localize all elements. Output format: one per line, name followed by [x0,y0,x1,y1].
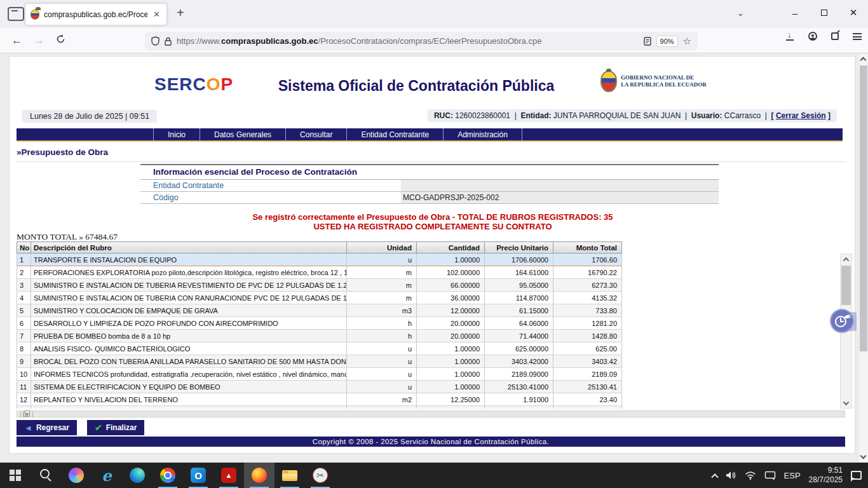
cell-no: 4 [17,292,31,304]
table-row[interactable]: 10INFORMES TECNICOS profundidad, estrati… [17,368,852,381]
download-icon[interactable] [785,32,794,41]
logout-link[interactable]: Cerrar Sesión [776,111,826,120]
cell-precio: 164.61000 [485,266,553,279]
cell-cant: 1.00000 [417,368,485,381]
lock-icon [165,37,172,46]
cell-desc: SUMINISTRO E INSTALACION DE TUBERIA REVE… [31,279,347,292]
table-row[interactable]: 7PRUEBA DE BOMBEO bomba de 8 a 10 hph20.… [17,330,852,342]
cast-icon[interactable] [764,471,776,480]
cell-desc: PRUEBA DE BOMBEO bomba de 8 a 10 hp [31,330,347,342]
language-indicator[interactable]: ESP [784,471,801,480]
cell-unidad: u [347,368,417,381]
outlook-icon[interactable]: O [183,463,214,488]
snipping-tool-icon[interactable]: ✂ [305,463,336,488]
bookmark-star-icon[interactable]: ☆ [683,36,691,47]
table-row[interactable]: 13EXCAVACION A PULSOm32.5000011.9000029.… [17,406,852,409]
ie-icon[interactable]: e [92,463,122,488]
edge-icon[interactable] [122,463,153,488]
url-text: https://www.compraspublicas.gob.ec/Proce… [177,36,639,46]
account-icon[interactable] [808,32,817,41]
cell-monto: 4135.32 [553,292,622,304]
table-row[interactable]: 12REPLANTEO Y NIVELACION DEL TERRENOm212… [17,393,852,406]
taskbar: eO▲✂ ESP 9:51 28/7/2025 [0,463,868,488]
forward-icon[interactable]: → [34,34,44,47]
table-row[interactable]: 11SISTEMA DE ELECTRIFICACION Y EQUIPO DE… [17,381,852,393]
cell-cant: 36.00000 [417,292,485,304]
table-row[interactable]: 8ANALISIS FISICO- QUIMICO BACTERIOLOGICO… [17,342,852,355]
menu-item-datos-generales[interactable]: Datos Generales [200,128,285,140]
finalizar-button[interactable]: ✔ Finalizar [87,420,144,435]
firefox-view-icon[interactable] [8,7,24,21]
tab-title: compraspublicas.gob.ec/Proce [44,10,147,19]
menu-item-administración[interactable]: Administración [443,128,522,140]
shield-icon[interactable] [151,36,159,46]
maximize-icon[interactable] [810,0,839,25]
cell-unidad: m [347,266,417,279]
government-logo: GOBIERNO NACIONAL DE LA REPUBLICA DEL EC… [600,71,707,92]
favicon [31,10,39,20]
wifi-icon[interactable] [745,471,756,480]
cell-desc: REPLANTEO Y NIVELACION DEL TERRENO [31,393,347,406]
volume-icon[interactable] [726,471,736,480]
start-icon[interactable] [0,463,31,488]
table-row[interactable]: 6DESARROLLO Y LIMPIEZA DE POZO PROFUNDO … [17,317,852,330]
page-scroll-up-icon[interactable] [860,57,867,64]
page-scrollbar[interactable] [859,54,868,463]
scroll-down-icon[interactable] [841,398,851,408]
cell-desc: SISTEMA DE ELECTRIFICACION Y EQUIPO DE B… [31,381,347,393]
table-scrollbar-thumb[interactable] [841,266,851,305]
cell-no: 13 [17,406,31,409]
table-row[interactable]: 4SUMINISTRO E INSTALACION DE TUBERIA CON… [17,292,852,304]
menu-item-entidad-contratante[interactable]: Entidad Contratante [346,128,443,140]
acrobat-icon[interactable]: ▲ [214,463,244,488]
info-row-codigo: Código MCO-GADPRSJP-2025-002 [140,192,719,204]
close-window-icon[interactable]: ✕ [839,0,868,25]
menu-icon[interactable] [853,33,862,40]
table-row[interactable]: 2PERFORACIONES EXPLORATORIA pozo piloto,… [17,266,852,279]
extension-icon[interactable] [831,32,839,40]
page: SERCOP Sistema Oficial de Contratación P… [0,54,868,463]
tray-chevron-up-icon[interactable] [711,473,718,480]
taskbar-clock[interactable]: 9:51 28/7/2025 [809,466,843,485]
table-row[interactable]: 1TRANSPORTE E INSTALACION DE EQUIPOu1.00… [17,254,852,266]
cell-monto: 625.00 [553,342,622,355]
url-bar[interactable]: https://www.compraspublicas.gob.ec/Proce… [145,32,698,50]
cell-cant: 20.00000 [417,330,485,342]
chrome-icon[interactable] [153,463,183,488]
reload-icon[interactable] [56,34,65,46]
copilot-icon[interactable] [61,463,92,488]
cell-no: 2 [17,266,31,279]
winged-clock-icon[interactable] [830,309,854,333]
table-row[interactable]: 9BROCAL DEL POZO CON TUBERIA ANILLADA PA… [17,355,852,368]
zoom-level-badge[interactable]: 90% [656,36,678,47]
cell-precio: 61.15000 [485,304,553,317]
minimize-icon[interactable]: – [780,0,810,25]
table-row[interactable]: 5SUMINISTRO Y COLOCACION DE EMPAQUE DE G… [17,304,852,317]
page-scrollbar-thumb[interactable] [860,65,867,351]
cell-precio: 25130.41000 [485,381,553,393]
menu-item-inicio[interactable]: Inicio [153,128,200,140]
browser-tab[interactable]: compraspublicas.gob.ec/Proce ✕ [25,4,166,25]
firefox-icon[interactable] [244,463,275,488]
table-row[interactable]: 3SUMINISTRO E INSTALACION DE TUBERIA REV… [17,279,852,292]
menu-item-consultar[interactable]: Consultar [285,128,346,140]
cell-precio: 1706.60000 [485,254,553,266]
scroll-up-icon[interactable] [841,254,851,264]
print-strip: || [17,410,845,417]
clock-extension-widget[interactable] [830,309,857,334]
print-icon[interactable] [23,412,30,417]
cell-desc: ANALISIS FISICO- QUIMICO BACTERIOLOGICO [31,342,347,355]
close-tab-icon[interactable]: ✕ [152,10,161,19]
notification-center-icon[interactable] [851,471,862,480]
cell-monto: 6273.30 [553,279,622,292]
column-header: Cantidad [417,241,485,254]
list-tabs-icon[interactable]: ⌄ [737,8,744,18]
back-icon[interactable]: ← [11,34,22,47]
new-tab-icon[interactable]: + [177,6,184,20]
search-icon[interactable] [31,463,61,488]
page-scroll-down-icon[interactable] [860,453,867,459]
regresar-button[interactable]: ◄ Regresar [17,420,77,435]
explorer-icon[interactable] [275,463,305,488]
reader-mode-icon[interactable] [644,37,651,46]
rubros-table-header: NoDescripción del RubroUnidadCantidadPre… [17,241,852,254]
